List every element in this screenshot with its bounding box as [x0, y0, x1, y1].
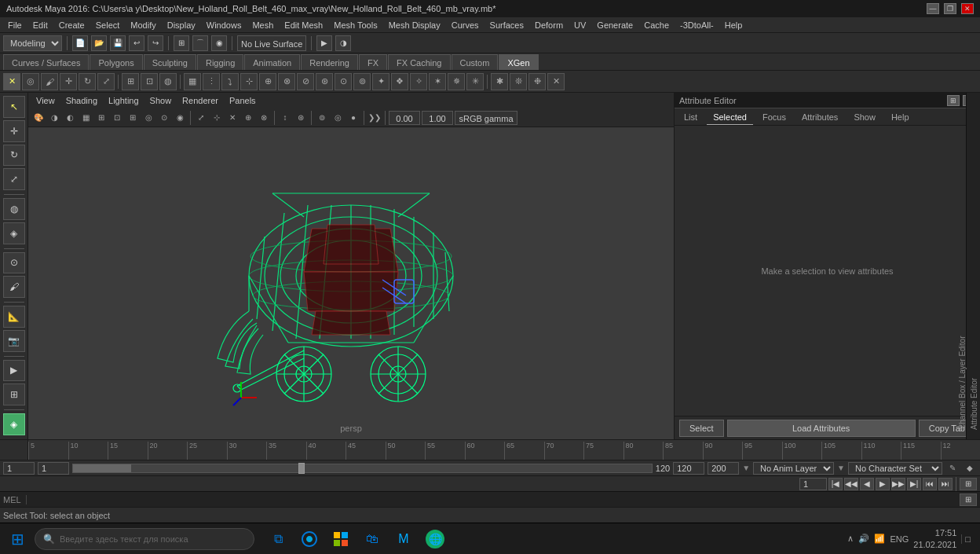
taskbar-search-box[interactable]: 🔍 Введите здесь текст для поиска — [35, 528, 254, 550]
loop-start-btn[interactable]: ⏮ — [923, 478, 937, 490]
menu-mesh-display[interactable]: Mesh Display — [384, 18, 445, 32]
menu-cache[interactable]: Cache — [639, 18, 674, 32]
menu-windows[interactable]: Windows — [202, 18, 247, 32]
menu-modify[interactable]: Modify — [126, 18, 160, 32]
load-attributes-button[interactable]: Load Attributes — [727, 420, 916, 437]
vert-tab-attribute-editor[interactable]: Attribute Editor — [968, 93, 980, 439]
xgen-tool14-icon[interactable]: ✶ — [429, 73, 446, 90]
camera-btn[interactable]: 📷 — [3, 330, 25, 352]
xgen-tool5-icon[interactable]: ⊕ — [259, 73, 276, 90]
snap-point-icon[interactable]: ◉ — [211, 35, 227, 51]
xgen-tool1-icon[interactable]: ▦ — [184, 73, 201, 90]
rotate-tool-btn[interactable]: ↻ — [3, 145, 25, 167]
menu-select[interactable]: Select — [91, 18, 125, 32]
xgen-tool3-icon[interactable]: ⤵ — [221, 73, 239, 90]
soft-mod-btn[interactable]: ◍ — [3, 198, 25, 220]
xgen-tool2-icon[interactable]: ⋮ — [203, 73, 220, 90]
vp-tool3[interactable]: ◐ — [63, 111, 77, 125]
snap-view-btn[interactable]: ⊡ — [141, 73, 158, 90]
taskbar-store-btn[interactable]: 🛍 — [358, 525, 386, 553]
attr-tab-selected[interactable]: Selected — [707, 109, 753, 125]
vp-gamma[interactable]: sRGB gamma — [455, 111, 517, 125]
tray-volume-icon[interactable]: 🔊 — [858, 534, 869, 544]
menu-edit-mesh[interactable]: Edit Mesh — [280, 18, 327, 32]
save-scene-icon[interactable]: 💾 — [110, 35, 126, 51]
render-btn[interactable]: ▶ — [3, 360, 25, 382]
go-start-btn[interactable]: |◀ — [828, 478, 843, 490]
menu-deform[interactable]: Deform — [530, 18, 568, 32]
ipr-icon[interactable]: ◑ — [335, 35, 351, 51]
tool-move-icon[interactable]: ✛ — [60, 73, 77, 90]
show-manip-btn[interactable]: ◈ — [3, 222, 25, 244]
tab-custom[interactable]: Custom — [452, 54, 499, 70]
viewport-canvas[interactable]: persp — [28, 127, 674, 439]
tab-rendering[interactable]: Rendering — [301, 54, 358, 70]
windows-start-btn[interactable]: ⊞ — [3, 525, 31, 553]
xgen-tool4-icon[interactable]: ⊹ — [240, 73, 258, 90]
select-button[interactable]: Select — [679, 420, 724, 437]
menu-generate[interactable]: Generate — [592, 18, 638, 32]
vp-tool5[interactable]: ⊞ — [94, 111, 108, 125]
tool-select-icon[interactable]: ✕ — [3, 73, 20, 90]
xgen-tool12-icon[interactable]: ❖ — [391, 73, 408, 90]
grid-btn[interactable]: ⊞ — [3, 383, 25, 405]
menu-mesh-tools[interactable]: Mesh Tools — [329, 18, 382, 32]
open-scene-icon[interactable]: 📂 — [91, 35, 107, 51]
snap-curve-icon[interactable]: ⌒ — [192, 35, 208, 51]
xgen-tool8-icon[interactable]: ⊛ — [316, 73, 333, 90]
tab-sculpting[interactable]: Sculpting — [144, 54, 196, 70]
taskbar-edge-btn[interactable] — [295, 525, 324, 553]
prev-frame-btn[interactable]: ◀ — [860, 478, 874, 490]
vp-tool12[interactable]: ⊹ — [210, 111, 224, 125]
xgen-tool13-icon[interactable]: ✧ — [410, 73, 427, 90]
range-end-field[interactable] — [708, 462, 739, 475]
xgen-tool16-icon[interactable]: ✳ — [466, 73, 484, 90]
tab-animation[interactable]: Animation — [244, 54, 300, 70]
xgen-tool10-icon[interactable]: ⊚ — [353, 73, 371, 90]
current-frame-field[interactable] — [38, 462, 69, 475]
scale-tool-btn[interactable]: ⤢ — [3, 168, 25, 190]
vp-tool2[interactable]: ◑ — [47, 111, 61, 125]
xgen-tool15-icon[interactable]: ✵ — [448, 73, 465, 90]
playback-current-frame[interactable] — [799, 478, 827, 490]
playback-settings-btn[interactable]: ⊞ — [960, 478, 977, 490]
maximize-button[interactable]: ❐ — [944, 3, 956, 14]
play-forward-btn[interactable]: ▶ — [876, 478, 890, 490]
paint-btn[interactable]: 🖌 — [3, 276, 25, 298]
vp-tool17[interactable]: ⊛ — [294, 111, 308, 125]
vp-tool1[interactable]: 🎨 — [31, 111, 46, 125]
snap-grid-btn[interactable]: ⊞ — [122, 73, 139, 90]
vp-tool8[interactable]: ◎ — [141, 111, 155, 125]
tab-fx[interactable]: FX — [359, 54, 387, 70]
menu-mesh[interactable]: Mesh — [247, 18, 278, 32]
vp-tool9[interactable]: ⊙ — [157, 111, 171, 125]
go-end-btn[interactable]: ▶| — [907, 478, 921, 490]
show-menu[interactable]: Show — [145, 96, 177, 105]
vp-tool7[interactable]: ⊞ — [126, 111, 140, 125]
vp-value1[interactable]: 0.00 — [389, 111, 420, 125]
char-set-select[interactable]: No Character Set — [848, 462, 942, 475]
renderer-menu[interactable]: Renderer — [177, 96, 223, 105]
menu-surfaces[interactable]: Surfaces — [485, 18, 528, 32]
vp-tool20[interactable]: ● — [346, 111, 360, 125]
script-editor-btn[interactable]: ⊞ — [960, 493, 977, 506]
attr-tab-show[interactable]: Show — [847, 109, 882, 125]
anim-layer-select[interactable]: No Anim Layer — [753, 462, 834, 475]
vp-tool13[interactable]: ✕ — [225, 111, 240, 125]
vp-tool15[interactable]: ⊗ — [257, 111, 271, 125]
view-menu[interactable]: View — [31, 96, 60, 105]
mel-input[interactable] — [31, 495, 956, 504]
menu-display[interactable]: Display — [163, 18, 200, 32]
vp-tool21[interactable]: ❯❯ — [368, 111, 382, 125]
tab-xgen[interactable]: XGen — [499, 54, 538, 70]
vp-tool19[interactable]: ◎ — [331, 111, 345, 125]
shading-menu[interactable]: Shading — [61, 96, 102, 105]
redo-icon[interactable]: ↪ — [148, 35, 163, 51]
menu-help[interactable]: Help — [720, 18, 748, 32]
tool-rotate-icon[interactable]: ↻ — [79, 73, 96, 90]
render-icon[interactable]: ▶ — [316, 35, 332, 51]
tab-polygons[interactable]: Polygons — [90, 54, 142, 70]
taskbar-task-view-btn[interactable]: ⧉ — [264, 525, 292, 553]
xgen-tool7-icon[interactable]: ⊘ — [297, 73, 314, 90]
tab-fx-caching[interactable]: FX Caching — [388, 54, 450, 70]
